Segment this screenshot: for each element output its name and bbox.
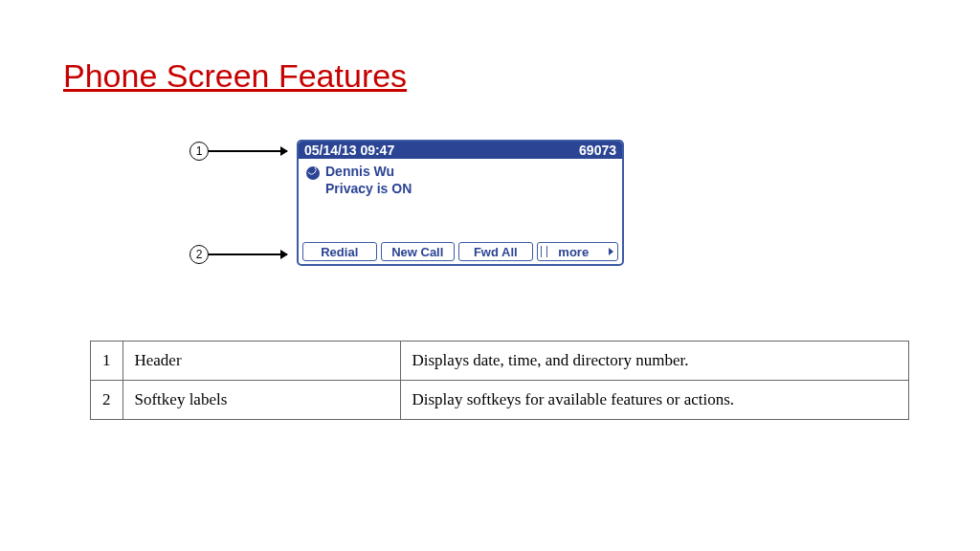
callout-2: 2	[189, 245, 287, 264]
phone-privacy-status: Privacy is ON	[325, 180, 412, 197]
row-number: 1	[91, 342, 123, 381]
callout-circle-1: 1	[189, 142, 209, 161]
row-name: Header	[122, 342, 400, 381]
softkey-more[interactable]: more	[537, 242, 619, 261]
phone-diagram: 1 2 05/14/13 09:47 69073 Dennis Wu Priva…	[189, 134, 649, 277]
table-row: 2 Softkey labels Display softkeys for av…	[91, 381, 909, 420]
softkey-row: Redial New Call Fwd All more	[302, 242, 618, 261]
phone-datetime: 05/14/13 09:47	[304, 143, 394, 158]
phone-screen: 05/14/13 09:47 69073 Dennis Wu Privacy i…	[297, 140, 624, 266]
row-description: Display softkeys for available features …	[400, 381, 909, 420]
handset-icon	[306, 166, 320, 180]
phone-body: Dennis Wu Privacy is ON	[299, 159, 622, 201]
phone-header-bar: 05/14/13 09:47 69073	[299, 142, 622, 159]
softkey-redial[interactable]: Redial	[302, 242, 377, 261]
softkey-new-call[interactable]: New Call	[381, 242, 456, 261]
callout-arrow-icon	[209, 253, 287, 255]
feature-table: 1 Header Displays date, time, and direct…	[90, 341, 909, 420]
page-title: Phone Screen Features	[63, 57, 407, 95]
table-row: 1 Header Displays date, time, and direct…	[91, 342, 909, 381]
callout-circle-2: 2	[189, 245, 209, 264]
phone-status-text: Dennis Wu Privacy is ON	[325, 163, 412, 197]
softkey-fwd-all[interactable]: Fwd All	[458, 242, 533, 261]
phone-user-name: Dennis Wu	[325, 163, 412, 180]
callout-arrow-icon	[209, 150, 287, 152]
row-number: 2	[91, 381, 123, 420]
callout-1: 1	[189, 142, 287, 161]
row-description: Displays date, time, and directory numbe…	[400, 342, 909, 381]
phone-extension: 69073	[579, 143, 616, 158]
row-name: Softkey labels	[122, 381, 400, 420]
